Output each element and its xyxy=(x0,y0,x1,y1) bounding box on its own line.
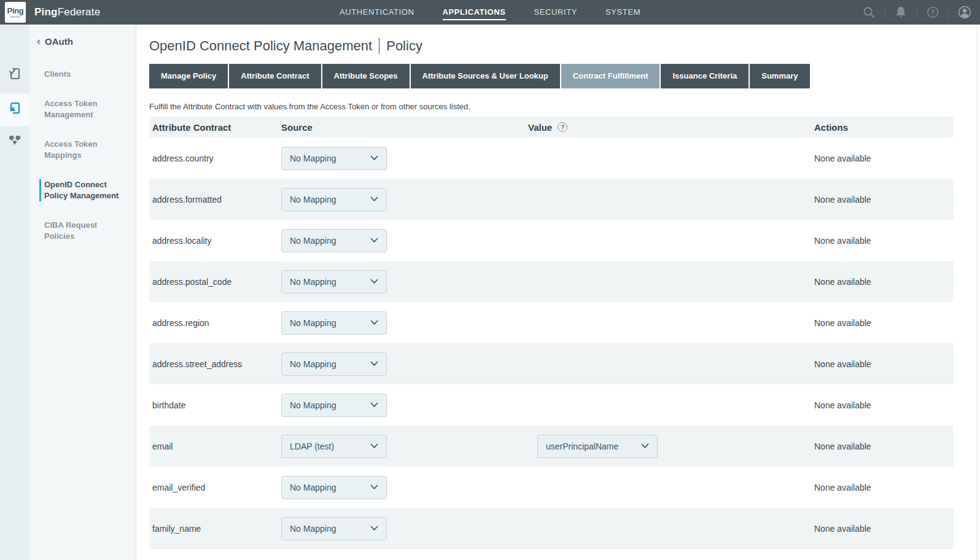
attribute-name: birthdate xyxy=(149,400,281,410)
app-title-rest: Federate xyxy=(58,6,101,18)
actions-cell: None available xyxy=(814,400,954,410)
attribute-name: address.street_address xyxy=(149,359,281,369)
attribute-name: family_name xyxy=(149,524,281,534)
source-cell: No Mapping xyxy=(281,311,528,335)
source-dropdown[interactable]: No Mapping xyxy=(281,188,387,211)
value-dropdown[interactable]: userPrincipalName xyxy=(537,435,658,458)
sidebar-item-clients[interactable]: Clients xyxy=(29,69,136,80)
attribute-name: email_verified xyxy=(149,483,281,492)
source-dropdown[interactable]: No Mapping xyxy=(281,394,387,417)
clients-icon[interactable] xyxy=(7,66,22,81)
source-dropdown-value: No Mapping xyxy=(290,195,336,204)
primary-nav: AUTHENTICATIONAPPLICATIONSSECURITYSYSTEM xyxy=(340,0,640,25)
chevron-down-icon xyxy=(641,443,649,449)
source-dropdown[interactable]: No Mapping xyxy=(281,147,387,170)
avatar-icon-glyph xyxy=(958,6,971,19)
header-attribute-contract: Attribute Contract xyxy=(149,122,281,133)
ping-identity-logo[interactable]: Ping Identity. xyxy=(5,2,26,23)
tab-manage-policy[interactable]: Manage Policy xyxy=(149,64,228,88)
source-dropdown-value: No Mapping xyxy=(290,400,336,410)
header-source: Source xyxy=(281,122,528,133)
attribute-contract-table: Attribute Contract Source Value ? Action… xyxy=(149,117,954,549)
nav-item-authentication[interactable]: AUTHENTICATION xyxy=(340,0,414,25)
topbar-icons: ? xyxy=(853,0,980,25)
attribute-name: address.country xyxy=(149,154,281,163)
table-row-address.street_address: address.street_addressNo MappingNone ava… xyxy=(149,343,954,384)
source-dropdown[interactable]: No Mapping xyxy=(281,270,387,294)
table-row-address.region: address.regionNo MappingNone available xyxy=(149,302,954,343)
table-row-family_name: family_nameNo MappingNone available xyxy=(149,508,954,549)
chevron-down-icon xyxy=(370,402,378,408)
source-dropdown[interactable]: No Mapping xyxy=(281,517,387,540)
top-bar: Ping Identity. PingFederate AUTHENTICATI… xyxy=(0,0,980,25)
attribute-name: address.postal_code xyxy=(149,277,281,287)
title-divider xyxy=(379,38,379,54)
access-token-management-icon[interactable] xyxy=(7,101,22,115)
source-dropdown[interactable]: No Mapping xyxy=(281,311,387,335)
app-title: PingFederate xyxy=(34,6,100,18)
nav-item-applications[interactable]: APPLICATIONS xyxy=(442,0,505,25)
attribute-name: email xyxy=(149,441,281,451)
chevron-down-icon xyxy=(370,443,378,449)
tab-issuance-criteria[interactable]: Issuance Criteria xyxy=(661,64,749,88)
header-value-label: Value xyxy=(528,122,552,133)
scrollbar-track[interactable] xyxy=(977,25,978,560)
page-title: OpenID Connect Policy Management xyxy=(149,38,372,54)
source-dropdown[interactable]: No Mapping xyxy=(281,352,387,376)
source-dropdown-value: No Mapping xyxy=(290,277,336,287)
chevron-down-icon xyxy=(370,238,378,243)
tab-attribute-sources-user-lookup[interactable]: Attribute Sources & User Lookup xyxy=(411,64,560,88)
chevron-down-icon xyxy=(370,196,378,202)
source-dropdown[interactable]: LDAP (test) xyxy=(281,435,387,458)
search-icon-glyph xyxy=(863,6,875,18)
nav-item-system[interactable]: SYSTEM xyxy=(605,0,640,25)
clients-icon-glyph xyxy=(7,66,22,81)
sidebar-section-title: OAuth xyxy=(45,36,73,47)
source-cell: No Mapping xyxy=(281,476,528,499)
sidebar-icon-rail xyxy=(0,25,29,560)
sidebar-back-oauth[interactable]: ‹ OAuth xyxy=(29,36,136,47)
source-dropdown-value: No Mapping xyxy=(290,483,336,492)
tab-summary[interactable]: Summary xyxy=(750,64,809,88)
bell-icon-glyph xyxy=(895,6,906,18)
source-dropdown[interactable]: No Mapping xyxy=(281,476,387,499)
source-cell: No Mapping xyxy=(281,229,528,252)
value-help-icon[interactable]: ? xyxy=(558,122,567,132)
account-icon[interactable] xyxy=(949,0,980,25)
table-row-address.formatted: address.formattedNo MappingNone availabl… xyxy=(149,179,954,220)
sidebar-item-openid-connect-policy-management[interactable]: OpenID Connect Policy Management xyxy=(39,179,136,201)
source-cell: No Mapping xyxy=(281,352,528,376)
tab-attribute-contract[interactable]: Attribute Contract xyxy=(229,64,321,88)
attribute-name: address.locality xyxy=(149,236,281,246)
sidebar-item-ciba-request-policies[interactable]: CIBA Request Policies xyxy=(29,220,136,242)
source-dropdown[interactable]: No Mapping xyxy=(281,229,387,252)
actions-cell: None available xyxy=(814,441,954,451)
tab-contract-fulfillment[interactable]: Contract Fulfillment xyxy=(561,64,660,88)
tab-attribute-scopes[interactable]: Attribute Scopes xyxy=(322,64,410,88)
svg-text:?: ? xyxy=(930,9,934,16)
source-cell: No Mapping xyxy=(281,270,528,294)
value-dropdown-value: userPrincipalName xyxy=(546,441,618,451)
actions-cell: None available xyxy=(814,195,954,204)
source-dropdown-value: No Mapping xyxy=(290,318,336,328)
source-dropdown-value: LDAP (test) xyxy=(290,441,334,451)
sidebar-item-access-token-management[interactable]: Access Token Management xyxy=(29,98,136,120)
source-cell: No Mapping xyxy=(281,147,528,170)
chevron-down-icon xyxy=(370,526,378,531)
actions-cell: None available xyxy=(814,318,954,328)
chevron-down-icon xyxy=(370,484,378,490)
notifications-icon[interactable] xyxy=(885,0,916,25)
search-icon[interactable] xyxy=(853,0,884,25)
page-header: OpenID Connect Policy Management Policy xyxy=(149,38,980,54)
logo-word: Ping xyxy=(7,7,24,15)
sidebar-item-access-token-mappings[interactable]: Access Token Mappings xyxy=(29,139,136,161)
help-icon-glyph: ? xyxy=(927,6,939,18)
actions-cell: None available xyxy=(814,154,954,163)
table-row-address.country: address.countryNo MappingNone available xyxy=(149,138,954,179)
token-mappings-icon[interactable] xyxy=(7,133,22,147)
table-row-email_verified: email_verifiedNo MappingNone available xyxy=(149,467,954,508)
token-mappings-icon-glyph xyxy=(7,133,22,147)
nav-item-security[interactable]: SECURITY xyxy=(534,0,577,25)
table-row-birthdate: birthdateNo MappingNone available xyxy=(149,384,954,426)
help-icon[interactable]: ? xyxy=(917,0,948,25)
